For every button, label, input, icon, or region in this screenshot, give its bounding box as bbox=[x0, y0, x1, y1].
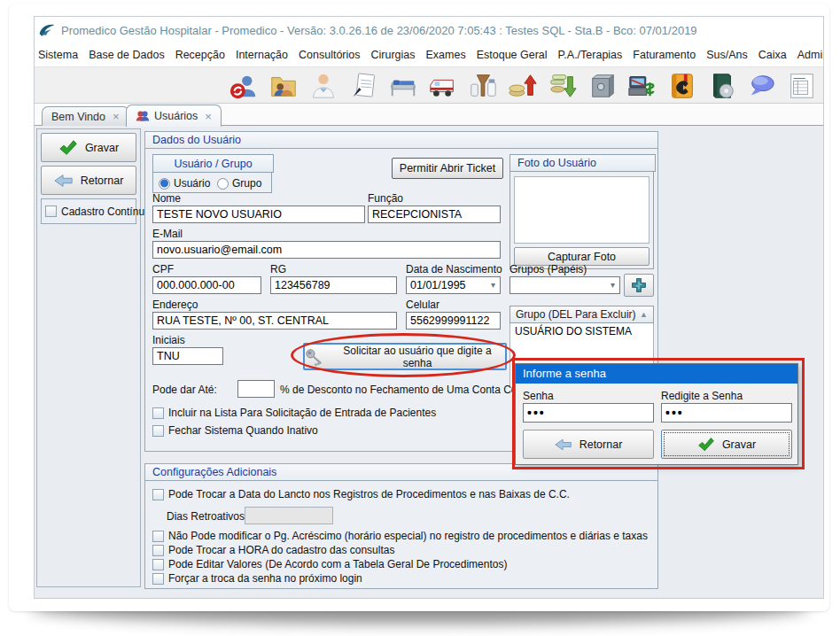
menu-item-estoque-geral[interactable]: Estoque Geral bbox=[477, 49, 548, 61]
radio-grupo[interactable]: Grupo bbox=[217, 177, 261, 190]
contract-icon[interactable] bbox=[346, 69, 380, 103]
menu-item-base-de-dados[interactable]: Base de Dados bbox=[89, 49, 164, 61]
nome-input[interactable] bbox=[152, 206, 365, 223]
checkbox-box[interactable] bbox=[152, 545, 164, 556]
checkbox-trocar-hora[interactable]: Pode Trocar a HORA do cadastro das consu… bbox=[152, 544, 394, 556]
email-input[interactable] bbox=[152, 241, 501, 259]
dialog-gravar-button[interactable]: Gravar bbox=[661, 430, 792, 459]
money-down-icon[interactable] bbox=[546, 69, 579, 103]
redigite-senha-label: Redigite a Senha bbox=[661, 390, 743, 402]
checkbox-trocar-data-lancto[interactable]: Pode Trocar a Data do Lancto nos Registr… bbox=[152, 488, 570, 500]
menu-item-sistema[interactable]: Sistema bbox=[38, 49, 78, 61]
add-plus-icon bbox=[630, 276, 648, 294]
tab-bem-vindo[interactable]: Bem Vindo × bbox=[42, 106, 129, 126]
tab-label: Bem Vindo bbox=[51, 111, 105, 123]
retornar-sidebar-button[interactable]: Retornar bbox=[41, 166, 136, 195]
chevron-down-icon[interactable]: ▾ bbox=[491, 277, 495, 293]
checkbox-editar-valores[interactable]: Pode Editar Valores (De Acordo com a Tab… bbox=[152, 558, 507, 570]
grupo-list-header[interactable]: Grupo (DEL Para Excluir) ▲ bbox=[509, 306, 654, 323]
radio-usuario-label: Usuário bbox=[174, 177, 210, 190]
menu-item-caixa[interactable]: Caixa bbox=[758, 49, 787, 61]
folder-users-icon[interactable] bbox=[267, 69, 300, 103]
pharmacy-icon[interactable] bbox=[466, 69, 500, 103]
endereco-input[interactable] bbox=[152, 312, 397, 330]
foto-usuario-panel: Foto do Usuário Capturar Foto bbox=[509, 154, 654, 269]
menu-item-cirurgias[interactable]: Cirurgias bbox=[371, 49, 416, 61]
usuario-grupo-box: Usuário / Grupo Usuário Grupo bbox=[152, 154, 272, 193]
redigite-senha-input[interactable] bbox=[661, 403, 792, 423]
chat-icon[interactable] bbox=[745, 69, 779, 103]
radio-dot[interactable] bbox=[217, 178, 229, 190]
cash-register-icon[interactable] bbox=[626, 69, 659, 103]
rg-input[interactable] bbox=[270, 276, 397, 294]
checkbox-box[interactable] bbox=[152, 559, 164, 570]
menu-item-consultorios[interactable]: Consultórios bbox=[299, 49, 360, 61]
sort-asc-icon[interactable]: ▲ bbox=[640, 310, 648, 319]
add-grupo-button[interactable] bbox=[624, 274, 654, 297]
app-window: Promedico Gestão Hospitalar - Promedico … bbox=[34, 16, 824, 599]
menu-item-pa-terapias[interactable]: P.A./Terapias bbox=[558, 49, 623, 61]
grupos-papeis-combo[interactable]: ▾ bbox=[509, 276, 620, 294]
cpf-input[interactable] bbox=[152, 276, 261, 294]
checkbox-box[interactable] bbox=[152, 407, 164, 419]
checkbox-incluir-lista[interactable]: Incluir na Lista Para Solicitação de Ent… bbox=[152, 407, 436, 419]
radio-grupo-label: Grupo bbox=[232, 177, 261, 190]
dialog-retornar-button[interactable]: Retornar bbox=[523, 430, 654, 459]
window-title: Promedico Gestão Hospitalar - Promedico … bbox=[61, 24, 697, 37]
money-up-icon[interactable] bbox=[506, 69, 540, 103]
tab-label: Usuários bbox=[154, 110, 198, 122]
menubar: Sistema Base de Dados Recepção Internaçã… bbox=[35, 45, 823, 65]
radio-usuario[interactable]: Usuário bbox=[159, 177, 210, 190]
checkbox-box[interactable] bbox=[152, 573, 164, 585]
tab-close-icon[interactable]: × bbox=[113, 110, 120, 123]
checkbox-label: Incluir na Lista Para Solicitação de Ent… bbox=[168, 407, 436, 419]
solicitar-senha-button[interactable]: Solicitar ao usuário que digite a senha bbox=[303, 343, 507, 370]
rg-label: RG bbox=[270, 263, 286, 275]
menu-item-administracao[interactable]: Administração bbox=[797, 49, 823, 61]
menu-item-faturamento[interactable]: Faturamento bbox=[633, 49, 696, 61]
checkbox-box[interactable] bbox=[152, 531, 164, 542]
checkbox-label: Não Pode modificar o Pg. Acréscimo (horá… bbox=[168, 530, 648, 542]
pode-dar-ate-label: Pode dar Até: bbox=[152, 384, 217, 396]
iniciais-input[interactable] bbox=[152, 347, 223, 365]
cadastro-continuo-checkbox[interactable]: Cadastro Contínuo bbox=[41, 198, 136, 224]
dias-retroativos-input bbox=[245, 507, 333, 524]
menu-item-sus-ans[interactable]: Sus/Ans bbox=[706, 49, 748, 61]
ambulance-icon[interactable] bbox=[426, 69, 460, 103]
phonebook-icon[interactable] bbox=[665, 69, 699, 103]
report-icon[interactable] bbox=[785, 69, 819, 103]
gravar-sidebar-button[interactable]: Gravar bbox=[41, 133, 136, 162]
tab-close-icon[interactable]: × bbox=[205, 110, 212, 123]
nome-label: Nome bbox=[152, 192, 181, 205]
grupo-list-row[interactable]: USUÁRIO DO SISTEMA bbox=[510, 323, 653, 339]
permitir-abrir-ticket-button[interactable]: Permitir Abrir Ticket bbox=[392, 158, 503, 179]
window-frame: Promedico Gestão Hospitalar - Promedico … bbox=[9, 4, 829, 611]
celular-input[interactable] bbox=[406, 312, 501, 330]
manual-book-icon[interactable] bbox=[705, 69, 739, 103]
checkbox-label: Pode Trocar a HORA do cadastro das consu… bbox=[168, 544, 394, 556]
menu-item-exames[interactable]: Exames bbox=[426, 49, 466, 61]
checkbox-forcar-troca-senha[interactable]: Forçar a troca da senha no próximo login bbox=[152, 572, 362, 585]
safe-icon[interactable] bbox=[586, 69, 619, 103]
solicitar-senha-label: Solicitar ao usuário que digite a senha bbox=[330, 345, 505, 369]
checkbox-fechar-sistema[interactable]: Fechar Sistema Quando Inativo bbox=[152, 424, 318, 437]
funcao-input[interactable] bbox=[368, 206, 501, 223]
toolbar bbox=[35, 66, 823, 104]
hospital-bed-icon[interactable] bbox=[386, 69, 420, 103]
senha-input[interactable] bbox=[523, 403, 654, 423]
checkbox-box[interactable] bbox=[152, 489, 164, 500]
radio-dot[interactable] bbox=[159, 178, 170, 190]
desconto-input[interactable] bbox=[237, 380, 275, 398]
menu-item-internacao[interactable]: Internação bbox=[236, 49, 288, 61]
checkbox-box[interactable] bbox=[152, 425, 164, 437]
config-adicionais-title: Configurações Adicionais bbox=[145, 464, 657, 481]
checkbox-box[interactable] bbox=[45, 206, 57, 217]
chevron-down-icon[interactable]: ▾ bbox=[611, 277, 615, 293]
data-nascimento-combo[interactable]: 01/01/1995 ▾ bbox=[406, 276, 501, 294]
sync-users-icon[interactable] bbox=[227, 69, 261, 103]
menu-item-recepcao[interactable]: Recepção bbox=[175, 49, 225, 61]
email-label: E-Mail bbox=[152, 228, 183, 240]
checkbox-nao-pode-pg-acrescimo[interactable]: Não Pode modificar o Pg. Acréscimo (horá… bbox=[152, 530, 648, 542]
tab-usuarios[interactable]: Usuários × bbox=[126, 105, 222, 127]
doctor-icon[interactable] bbox=[307, 69, 340, 103]
